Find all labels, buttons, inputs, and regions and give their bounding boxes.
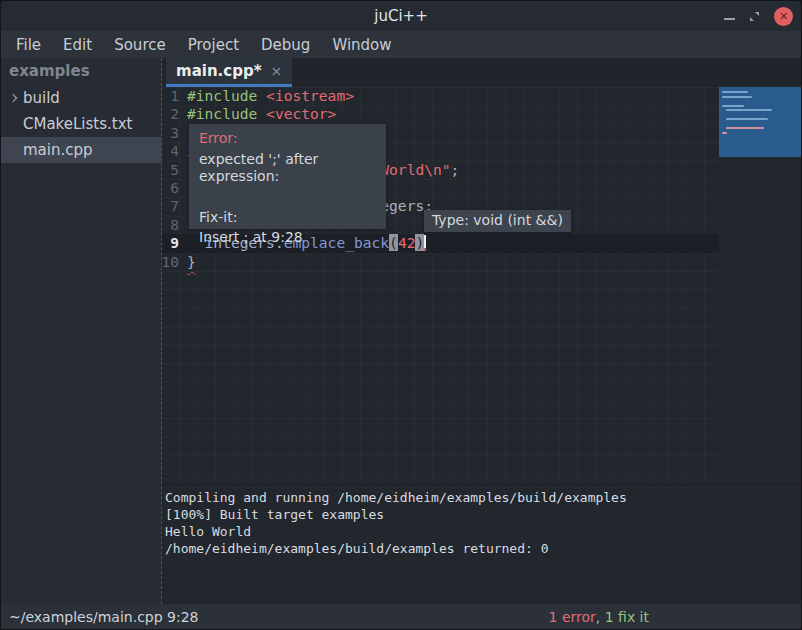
status-diagnostics: 1 error , 1 fix it [549, 604, 649, 629]
tab-label: main.cpp* [176, 62, 261, 80]
code-editor[interactable]: 1#include <iostream>2#include <vector>34… [161, 87, 801, 484]
code-text [183, 179, 187, 197]
sidebar-item-build[interactable]: build [1, 85, 161, 111]
code-line-2[interactable]: 2#include <vector> [161, 105, 719, 123]
menu-item-edit[interactable]: Edit [52, 36, 103, 54]
output-console: Compiling and running /home/eidheim/exam… [161, 484, 801, 606]
file-tree: buildCMakeLists.txtmain.cpp [1, 85, 161, 163]
title-bar: juCi++ ✕ [1, 1, 801, 31]
menu-item-project[interactable]: Project [177, 36, 250, 54]
output-line: Hello World [165, 523, 801, 540]
line-number: 3 [161, 124, 183, 142]
code-line-1[interactable]: 1#include <iostream> [161, 87, 719, 105]
status-bar: ~/examples/main.cpp 9:28 1 error , 1 fix… [1, 604, 801, 629]
app-window: juCi++ ✕ FileEditSourceProjectDebugWindo… [0, 0, 802, 630]
line-number: 4 [161, 142, 183, 160]
close-icon[interactable]: ✕ [774, 7, 793, 26]
menu-item-source[interactable]: Source [103, 36, 177, 54]
menu-item-window[interactable]: Window [321, 36, 402, 54]
output-line: /home/eidheim/examples/build/examples re… [165, 540, 801, 557]
line-number: 5 [161, 161, 183, 179]
tab-close-icon[interactable]: × [270, 64, 282, 78]
menu-item-file[interactable]: File [5, 36, 52, 54]
tree-item-label: main.cpp [23, 141, 93, 159]
window-controls: ✕ [724, 1, 793, 31]
sidebar-item-main-cpp[interactable]: main.cpp [1, 137, 161, 163]
menu-item-debug[interactable]: Debug [250, 36, 321, 54]
minimap-line [722, 132, 727, 134]
main-area: examples buildCMakeLists.txtmain.cpp mai… [1, 58, 801, 604]
minimap-line [726, 118, 768, 120]
minimap-line [722, 96, 752, 98]
minimap-line [722, 91, 748, 93]
line-number: 2 [161, 105, 183, 123]
code-text: #include <vector> [183, 105, 336, 123]
fixit-label: Fix-it: [199, 209, 376, 226]
pane-splitter[interactable] [161, 58, 162, 604]
minimap-line [726, 127, 764, 129]
line-number: 6 [161, 179, 183, 197]
status-error-count[interactable]: 1 error [549, 609, 596, 625]
minimap-line [722, 105, 744, 107]
line-number: 7 [161, 197, 183, 215]
menu-bar: FileEditSourceProjectDebugWindow [1, 31, 801, 58]
code-text [183, 124, 187, 142]
code-line-10[interactable]: 10} [161, 253, 719, 271]
window-title: juCi++ [374, 7, 427, 25]
type-tooltip-text: Type: void (int &&) [432, 212, 563, 228]
close-glyph: ✕ [779, 11, 788, 22]
code-text: #include <iostream> [183, 87, 354, 105]
editor-pane: main.cpp* × 1#include <iostream>2#includ… [161, 58, 801, 604]
line-number: 1 [161, 87, 183, 105]
error-tooltip-title: Error: [199, 130, 376, 147]
tab-bar: main.cpp* × [161, 58, 801, 87]
tree-item-label: build [23, 89, 60, 107]
output-line: [100%] Built target examples [165, 506, 801, 523]
line-number: 8 [161, 216, 183, 234]
status-file-location: ~/examples/main.cpp 9:28 [9, 609, 199, 625]
error-tooltip: Error: expected ';' after expression: Fi… [189, 124, 386, 229]
code-text: } [183, 253, 196, 271]
status-separator: , [596, 609, 605, 625]
project-name-header: examples [1, 58, 161, 85]
text-cursor [424, 235, 426, 251]
fixit-text: Insert ; at 9:28 [199, 229, 376, 246]
tree-item-label: CMakeLists.txt [23, 115, 132, 133]
line-number: 10 [161, 253, 183, 271]
output-line: Compiling and running /home/eidheim/exam… [165, 489, 801, 506]
line-number: 9 [161, 234, 183, 252]
tab-main-cpp[interactable]: main.cpp* × [166, 58, 292, 87]
file-tree-sidebar: examples buildCMakeLists.txtmain.cpp [1, 58, 161, 604]
minimize-icon[interactable] [724, 18, 735, 20]
status-fixit-count[interactable]: 1 fix it [605, 609, 649, 625]
minimap-line [726, 109, 772, 111]
chevron-right-icon [9, 94, 17, 102]
minimap[interactable] [719, 87, 801, 157]
error-tooltip-message: expected ';' after expression: [199, 151, 376, 185]
type-tooltip: Type: void (int &&) [424, 210, 571, 232]
restore-icon[interactable] [749, 11, 760, 22]
code-text [183, 216, 187, 234]
sidebar-item-cmakelists-txt[interactable]: CMakeLists.txt [1, 111, 161, 137]
